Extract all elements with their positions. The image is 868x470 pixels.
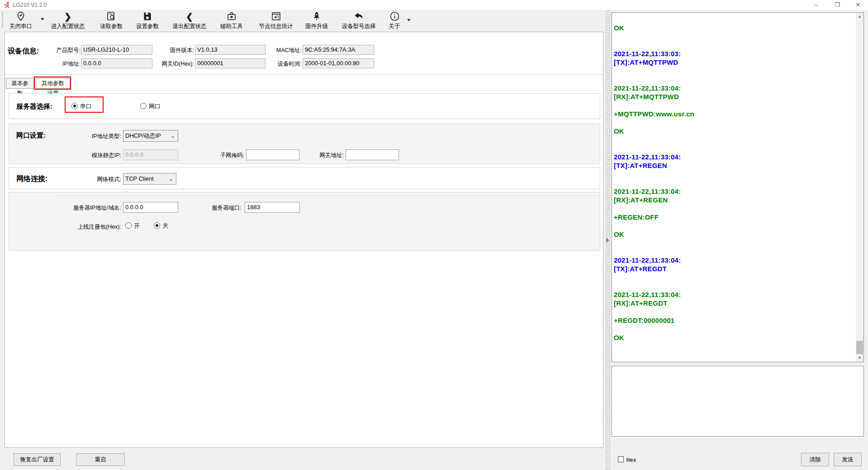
radio-serial-icon[interactable] <box>71 103 78 109</box>
toolbar-item-label: 固件升级 <box>305 23 328 30</box>
mac-address-label: MAC地址: <box>272 47 302 54</box>
log-scrollbar[interactable]: ▲ ▼ <box>856 13 863 362</box>
radio-ethernet[interactable]: 网口 <box>140 102 161 110</box>
app-window: LG210 V1.2.0 – ❐ ✕ 关闭串口 ❯ 进入配置状态 <box>0 0 868 470</box>
scroll-thumb[interactable] <box>856 341 863 355</box>
toolbar-item-label: 关于 <box>389 23 400 30</box>
server-ip-label: 服务器IP地址/域名: <box>62 204 121 212</box>
toolbar-item-label: 设备型号选择 <box>342 23 376 30</box>
rocket-icon <box>305 11 328 23</box>
radio-reg-off[interactable]: 关 <box>154 221 168 230</box>
server-port-label: 服务器端口: <box>203 204 242 212</box>
chevron-down-icon: ⌄ <box>171 130 175 141</box>
subnet-mask-label: 子网掩码: <box>212 152 244 159</box>
radio-reg-on-icon[interactable] <box>125 222 132 229</box>
radio-serial[interactable]: 串口 <box>71 102 92 110</box>
ip-type-label: IP地址类型: <box>77 133 121 140</box>
device-info-label: 设备信息: <box>8 47 39 56</box>
ip-type-select[interactable]: DHCP/动态IP ⌄ <box>123 130 178 142</box>
toolbar-enter-config-button[interactable]: ❯ 进入配置状态 <box>51 11 85 30</box>
close-button[interactable]: ✕ <box>848 0 868 11</box>
net-conn-section: 网络连接: 网络模式: TCP Client ⌄ <box>9 167 600 189</box>
radio-reg-off-icon[interactable] <box>154 222 160 229</box>
send-input[interactable] <box>612 366 864 436</box>
tab-basic-params[interactable]: 基本参数 <box>6 78 34 89</box>
radio-reg-off-label: 关 <box>162 222 168 229</box>
toolbar-aux-tools-button[interactable]: 辅助工具 <box>220 11 243 30</box>
toolbar-close-serial-button[interactable]: 关闭串口 <box>9 11 32 30</box>
minimize-button[interactable]: – <box>806 0 827 11</box>
log-entry: 2021-11-22,11:33:03:[TX]:AT+MQTTPWD <box>614 49 854 67</box>
net-conn-label: 网络连接: <box>16 174 47 184</box>
stats-window-icon <box>259 11 293 23</box>
hex-checkbox[interactable] <box>618 456 624 462</box>
scroll-up-icon[interactable]: ▲ <box>856 13 863 20</box>
send-button[interactable]: 发送 <box>834 453 862 466</box>
toolbar-read-params-button[interactable]: 读取参数 <box>100 11 123 30</box>
log-entry: OK <box>614 333 854 342</box>
config-panel: 设备信息: 产品型号: USR-LG210-L-10 固件版本: V1.0.13… <box>5 32 603 448</box>
toolbox-icon <box>220 11 243 23</box>
net-mode-label: 网络模式: <box>77 176 121 183</box>
toolbar-model-select-button[interactable]: 设备型号选择 <box>342 11 376 30</box>
restart-button[interactable]: 重启 <box>76 453 125 466</box>
gateway-addr-input[interactable] <box>346 149 399 160</box>
radio-reg-on-label: 开 <box>134 222 140 229</box>
radio-ethernet-icon[interactable] <box>140 103 147 109</box>
chevron-left-icon: ❮ <box>173 11 207 23</box>
mac-address-value: 9C:A5:25:94:7A:3A <box>303 45 374 55</box>
log-entry: +REGDT:00000001 <box>614 316 854 325</box>
restore-button[interactable]: ❐ <box>827 0 848 11</box>
log-entry: 2021-11-22,11:33:04:[TX]:AT+REGEN <box>614 153 854 170</box>
log-entry: OK <box>614 24 854 32</box>
log-entry: +REGEN:OFF <box>614 213 854 221</box>
ip-address-label: IP地址: <box>52 60 81 68</box>
gateway-id-label: 网关ID(Hex): <box>158 60 194 68</box>
ip-address-value: 0.0.0.0 <box>81 58 152 68</box>
toolbar-firmware-upgrade-button[interactable]: 固件升级 <box>305 11 328 30</box>
log-entry: OK <box>614 127 854 135</box>
chevron-down-icon: ⌄ <box>169 173 173 184</box>
net-mode-value: TCP Client <box>125 175 154 182</box>
toolbar-node-stats-button[interactable]: 节点信息统计 <box>259 11 293 30</box>
subnet-mask-input[interactable] <box>246 149 299 160</box>
net-mode-select[interactable]: TCP Client ⌄ <box>123 173 176 185</box>
log-entry: 2021-11-22,11:33:04:[RX]:AT+REGDT <box>614 290 854 307</box>
save-icon <box>136 11 159 23</box>
server-port-input[interactable]: 1883 <box>245 202 300 213</box>
log-output[interactable]: OK2021-11-22,11:33:03:[TX]:AT+MQTTPWD202… <box>614 24 854 361</box>
static-ip-input[interactable]: 0.0.0.0 <box>123 149 178 160</box>
toolbar-grip[interactable] <box>1 12 4 28</box>
conn-detail-section: 服务器IP地址/域名: 0.0.0.0 服务器端口: 1883 上线注册包(He… <box>9 192 600 251</box>
firmware-version-value: V1.0.13 <box>195 45 266 55</box>
log-entry: 2021-11-22,11:33:04:[RX]:AT+MQTTPWD <box>614 84 854 101</box>
toolbar-item-label: 辅助工具 <box>220 23 243 30</box>
server-select-section: 服务器选择: 串口 网口 <box>9 93 600 119</box>
hex-checkbox-label: Hex <box>626 457 636 463</box>
server-ip-input[interactable]: 0.0.0.0 <box>123 202 178 213</box>
chevron-right-icon: ❯ <box>51 11 85 23</box>
product-model-label: 产品型号: <box>52 47 81 54</box>
about-dropdown-icon[interactable] <box>407 19 411 21</box>
title-bar: LG210 V1.2.0 – ❐ ✕ <box>0 0 868 10</box>
ip-type-value: DHCP/动态IP <box>125 132 161 139</box>
toolbar-item-label: 退出配置状态 <box>173 23 207 30</box>
toolbar-item-label: 读取参数 <box>100 23 123 30</box>
splitter-collapse-icon[interactable] <box>606 238 609 243</box>
factory-reset-button[interactable]: 恢复出厂设置 <box>14 453 61 466</box>
toolbar-set-params-button[interactable]: 设置参数 <box>136 11 159 30</box>
log-panel: OK2021-11-22,11:33:03:[TX]:AT+MQTTPWD202… <box>612 12 864 362</box>
doc-search-icon <box>100 11 123 23</box>
toolbar-about-button[interactable]: 关于 <box>389 11 400 30</box>
toolbar-exit-config-button[interactable]: ❮ 退出配置状态 <box>173 11 207 30</box>
close-serial-dropdown-icon[interactable] <box>41 18 44 20</box>
tab-other-params[interactable]: 其他参数设置 <box>36 78 70 89</box>
log-entry: 2021-11-22,11:33:04:[TX]:AT+REGDT <box>614 256 854 273</box>
info-icon <box>389 11 400 23</box>
log-entry: 2021-11-22,11:33:04:[RX]:AT+REGEN <box>614 187 854 204</box>
gateway-id-value: 00000001 <box>195 58 266 68</box>
scroll-down-icon[interactable]: ▼ <box>856 354 863 362</box>
panel-splitter[interactable] <box>605 10 611 470</box>
radio-reg-on[interactable]: 开 <box>125 221 140 230</box>
clear-button[interactable]: 清除 <box>801 453 829 466</box>
